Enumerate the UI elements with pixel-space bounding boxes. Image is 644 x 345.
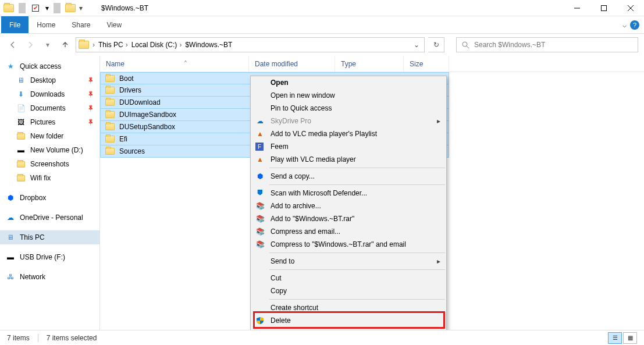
address-bar[interactable]: › This PC › Local Disk (C:) › $Windows.~… (76, 37, 425, 52)
dropbox-icon: ⬢ (6, 193, 15, 202)
address-dropdown-icon[interactable]: ⌄ (411, 41, 422, 49)
sidebar-downloads[interactable]: ⬇Downloads (0, 87, 99, 101)
submenu-arrow-icon: ▸ (437, 257, 440, 265)
pictures-icon: 🖼 (16, 118, 26, 127)
thumbnails-view-button[interactable]: ▦ (623, 332, 637, 344)
help-icon[interactable]: ? (630, 20, 639, 30)
folder-qat-icon[interactable] (65, 3, 76, 13)
folder-icon (105, 99, 115, 106)
cloud-icon: ☁ (255, 116, 265, 126)
tab-share[interactable]: Share (63, 16, 98, 33)
qat-dropdown-icon[interactable]: ▾ (45, 4, 49, 12)
column-date[interactable]: Date modified (249, 56, 335, 72)
downloads-icon: ⬇ (16, 90, 26, 99)
sidebar-screenshots[interactable]: Screenshots (0, 157, 99, 171)
folder-icon (105, 136, 115, 143)
folder-icon (16, 131, 26, 141)
search-input[interactable]: Search $Windows.~BT (456, 37, 638, 52)
navigation-bar: ▾ › This PC › Local Disk (C:) › $Windows… (0, 34, 644, 56)
close-button[interactable] (617, 0, 644, 16)
up-button[interactable] (58, 38, 72, 52)
ctx-cut[interactable]: Cut (251, 272, 446, 284)
menu-divider (269, 184, 445, 185)
tab-view[interactable]: View (98, 16, 130, 33)
this-pc-icon: 🖥 (6, 233, 15, 242)
ctx-vlc-add[interactable]: ▲Add to VLC media player's Playlist (251, 127, 446, 140)
ctx-send-to[interactable]: Send to▸ (251, 255, 446, 268)
sidebar-new-volume[interactable]: ▬New Volume (D:) (0, 143, 99, 157)
sidebar-documents[interactable]: 📄Documents (0, 101, 99, 115)
column-name[interactable]: Name˄ (100, 56, 249, 72)
usb-icon: ▬ (6, 252, 15, 262)
ctx-open-new-window[interactable]: Open in new window (251, 89, 446, 102)
recent-locations-icon[interactable]: ▾ (41, 38, 55, 52)
winrar-icon: 📚 (255, 214, 265, 223)
ctx-add-rar[interactable]: 📚Add to "$Windows.~BT.rar" (251, 212, 446, 225)
context-menu: Open Open in new window Pin to Quick acc… (250, 76, 447, 340)
sidebar-dropbox[interactable]: ⬢Dropbox (0, 191, 99, 205)
ctx-compress-email[interactable]: 📚Compress and email... (251, 225, 446, 238)
ctx-send-copy[interactable]: ⬢Send a copy... (251, 170, 446, 183)
column-type[interactable]: Type (335, 56, 404, 72)
sidebar-wifi-fix[interactable]: Wifi fix (0, 171, 99, 185)
svg-line-5 (467, 46, 469, 48)
tab-file[interactable]: File (1, 16, 29, 33)
details-view-button[interactable]: ☰ (608, 332, 622, 344)
chevron-right-icon[interactable]: › (92, 41, 95, 49)
back-button[interactable] (6, 38, 20, 52)
sidebar-onedrive[interactable]: ☁OneDrive - Personal (0, 211, 99, 225)
star-icon: ★ (6, 62, 15, 71)
qat-expand-icon[interactable]: ▾ (79, 4, 83, 12)
folder-icon (105, 148, 115, 155)
sidebar-network[interactable]: 🖧Network (0, 270, 99, 284)
sidebar-pictures[interactable]: 🖼Pictures (0, 115, 99, 129)
column-size[interactable]: Size (404, 56, 449, 72)
chevron-right-icon[interactable]: › (126, 41, 128, 49)
sidebar-desktop[interactable]: 🖥Desktop (0, 73, 99, 87)
sidebar-usb-drive[interactable]: ▬USB Drive (F:) (0, 250, 99, 264)
menu-divider (269, 269, 445, 270)
ctx-pin-quick-access[interactable]: Pin to Quick access (251, 102, 446, 115)
breadcrumb-current[interactable]: $Windows.~BT (185, 41, 232, 49)
winrar-icon: 📚 (255, 240, 265, 249)
minimize-button[interactable] (564, 0, 590, 16)
breadcrumb-this-pc[interactable]: This PC › (98, 41, 128, 49)
folder-icon (79, 40, 89, 50)
menu-divider (269, 299, 445, 300)
folder-icon (16, 173, 26, 183)
sidebar-quick-access[interactable]: ★Quick access (0, 59, 99, 73)
maximize-button[interactable] (590, 0, 617, 16)
ribbon-tabs: File Home Share View ⌵ ? (0, 16, 644, 34)
shield-icon: ⛊ (255, 188, 265, 198)
folder-icon (105, 75, 115, 82)
ctx-open[interactable]: Open (251, 76, 446, 89)
feem-icon: F (255, 143, 264, 151)
sidebar-new-folder[interactable]: New folder (0, 129, 99, 143)
ctx-delete[interactable]: Delete (251, 314, 446, 327)
svg-point-4 (462, 42, 467, 47)
refresh-button[interactable]: ↻ (428, 37, 444, 52)
breadcrumb-local-disk[interactable]: Local Disk (C:) › (131, 41, 182, 49)
ctx-create-shortcut[interactable]: Create shortcut (251, 301, 446, 314)
ctx-add-archive[interactable]: 📚Add to archive... (251, 200, 446, 212)
properties-qat-icon[interactable]: ✔ (30, 3, 41, 13)
ctx-copy[interactable]: Copy (251, 284, 446, 297)
ctx-skydrive-pro[interactable]: ☁SkyDrive Pro▸ (251, 115, 446, 127)
quick-access-toolbar: ✔ ▾ ▾ (0, 3, 86, 13)
vlc-icon: ▲ (255, 129, 265, 138)
ctx-feem[interactable]: FFeem (251, 140, 446, 153)
folder-icon (105, 123, 115, 130)
tab-home[interactable]: Home (29, 16, 63, 33)
ribbon-expand-icon[interactable]: ⌵ (622, 21, 627, 29)
winrar-icon: 📚 (255, 227, 265, 236)
onedrive-icon: ☁ (6, 213, 15, 222)
sidebar-this-pc[interactable]: 🖥This PC (0, 230, 99, 244)
ctx-compress-rar-email[interactable]: 📚Compress to "$Windows.~BT.rar" and emai… (251, 238, 446, 251)
search-icon (461, 41, 469, 49)
ctx-defender-scan[interactable]: ⛊Scan with Microsoft Defender... (251, 187, 446, 200)
chevron-right-icon[interactable]: › (179, 41, 182, 49)
folder-app-icon (3, 3, 14, 13)
documents-icon: 📄 (16, 104, 26, 113)
ctx-vlc-play[interactable]: ▲Play with VLC media player (251, 153, 446, 166)
forward-button[interactable] (23, 38, 37, 52)
